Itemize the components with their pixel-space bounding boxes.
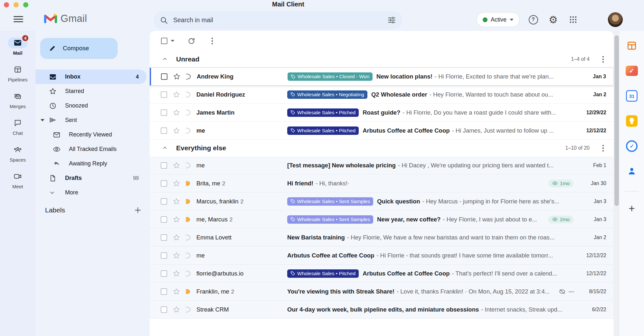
streak-box-icon[interactable]	[185, 73, 192, 80]
email-row[interactable]: me Wholesale Sales • Pitched Arbutus Cof…	[150, 122, 613, 140]
row-checkbox[interactable]	[161, 306, 167, 313]
row-checkbox[interactable]	[161, 252, 167, 259]
star-icon[interactable]	[173, 216, 180, 223]
rail-item-meet[interactable]: Meet	[0, 171, 35, 189]
email-row[interactable]: James Martin Wholesale Sales • Pitched R…	[150, 104, 613, 122]
row-checkbox[interactable]	[161, 234, 167, 241]
star-icon[interactable]	[173, 180, 180, 187]
email-row[interactable]: Marcus, franklin2 Wholesale Sales • Sent…	[150, 192, 613, 210]
star-icon[interactable]	[173, 252, 180, 259]
pipeline-stage-badge[interactable]: Wholesale Sales • Sent Samples	[287, 215, 373, 224]
pipeline-stage-badge[interactable]: Wholesale Sales • Closed - Won	[288, 72, 373, 81]
scrollbar-thumb[interactable]	[614, 35, 619, 206]
row-checkbox[interactable]	[161, 162, 167, 169]
streak-pipelines-addon-button[interactable]	[620, 37, 644, 54]
row-checkbox[interactable]	[161, 91, 167, 98]
star-icon[interactable]	[173, 234, 180, 241]
rail-item-chat[interactable]: Chat	[0, 117, 35, 136]
star-icon[interactable]	[173, 270, 180, 277]
email-row[interactable]: Brita, me2 Hi friend!- Hi, thanks!· 1mo …	[150, 174, 613, 192]
search-bar[interactable]	[154, 11, 402, 29]
select-all-checkbox[interactable]	[161, 38, 167, 44]
streak-tracked-icon[interactable]	[184, 180, 191, 187]
row-checkbox[interactable]	[161, 288, 167, 295]
email-row[interactable]: Streak CRM Our 4-day work week, bulk pip…	[150, 301, 613, 319]
pipeline-stage-badge[interactable]: Wholesale Sales • Pitched	[287, 126, 359, 135]
sidebar-item-drafts[interactable]: Drafts 99	[35, 171, 147, 185]
star-icon[interactable]	[173, 109, 180, 117]
search-input[interactable]	[173, 16, 387, 24]
rail-item-pipelines[interactable]: Pipelines	[0, 64, 35, 82]
pipeline-stage-badge[interactable]: Wholesale Sales • Negotiating	[287, 90, 367, 99]
get-addons-button[interactable]	[620, 200, 644, 217]
pipeline-stage-badge[interactable]: Wholesale Sales • Pitched	[287, 108, 359, 117]
pipeline-stage-badge[interactable]: Wholesale Sales • Sent Samples	[287, 197, 373, 206]
streak-box-icon[interactable]	[184, 109, 191, 116]
streak-tracking-addon-button[interactable]	[620, 62, 644, 79]
view-tracking-badge[interactable]: 1mo	[548, 180, 573, 187]
create-label-button[interactable]	[134, 206, 142, 214]
streak-tracked-icon[interactable]	[184, 198, 191, 205]
row-checkbox[interactable]	[161, 216, 167, 223]
sidebar-item-inbox[interactable]: Inbox 4	[35, 70, 147, 84]
rail-item-mail[interactable]: 4 Mail	[0, 37, 35, 56]
help-button[interactable]	[527, 13, 540, 26]
settings-button[interactable]	[547, 13, 560, 26]
main-menu-icon[interactable]	[14, 16, 23, 23]
row-checkbox[interactable]	[161, 73, 167, 80]
section-options-button[interactable]	[599, 144, 607, 153]
compose-button[interactable]: Compose	[40, 38, 118, 59]
sidebar-item-sent[interactable]: Sent	[35, 113, 147, 127]
calendar-addon-button[interactable]	[620, 88, 644, 104]
google-apps-button[interactable]	[567, 13, 580, 26]
star-icon[interactable]	[173, 306, 180, 313]
email-row[interactable]: me, Marcus2 Wholesale Sales • Sent Sampl…	[150, 210, 613, 229]
email-row[interactable]: Franklin, me2 You're viewing this with S…	[150, 283, 613, 301]
star-icon[interactable]	[173, 288, 180, 295]
sidebar-item-awaiting-reply[interactable]: Awaiting Reply	[35, 156, 147, 171]
avatar[interactable]	[608, 12, 623, 27]
tasks-addon-button[interactable]	[620, 138, 644, 154]
search-icon[interactable]	[160, 16, 168, 24]
streak-box-icon[interactable]	[184, 162, 191, 169]
streak-box-icon[interactable]	[184, 306, 191, 313]
status-dropdown[interactable]: Active	[477, 12, 520, 27]
star-icon[interactable]	[173, 198, 180, 205]
sidebar-item-starred[interactable]: Starred	[35, 84, 147, 98]
email-row[interactable]: me Arbutus Coffee at Coffee Coop- Hi Flo…	[150, 247, 613, 265]
streak-box-icon[interactable]	[184, 127, 191, 134]
collapse-section-icon[interactable]	[162, 56, 168, 62]
rail-item-merges[interactable]: Merges	[0, 91, 35, 109]
sidebar-item-snoozed[interactable]: Snoozed	[35, 98, 147, 113]
email-row[interactable]: Andrew King Wholesale Sales • Closed - W…	[150, 68, 613, 86]
star-icon[interactable]	[173, 162, 180, 169]
sidebar-item-all-tracked-emails[interactable]: All Tracked Emails	[35, 142, 147, 156]
streak-box-icon[interactable]	[184, 252, 191, 259]
contacts-addon-button[interactable]	[620, 163, 644, 180]
streak-tracked-icon[interactable]	[184, 288, 191, 295]
keep-addon-button[interactable]	[620, 113, 644, 129]
select-dropdown-icon[interactable]	[171, 40, 175, 42]
collapse-section-icon[interactable]	[162, 145, 168, 151]
streak-box-icon[interactable]	[184, 234, 191, 241]
section-options-button[interactable]	[599, 55, 607, 64]
email-row[interactable]: Daniel Rodriguez Wholesale Sales • Negot…	[150, 86, 613, 104]
more-options-button[interactable]	[208, 36, 216, 45]
streak-tracked-icon[interactable]	[184, 216, 191, 223]
rail-item-spaces[interactable]: Spaces	[0, 144, 35, 163]
email-row[interactable]: me [Test message] New wholesale pricing-…	[150, 156, 613, 174]
email-row[interactable]: Emma Lovett New Barista training- Hey Fl…	[150, 229, 613, 247]
collapse-triangle-icon[interactable]	[41, 119, 44, 121]
search-options-icon[interactable]	[387, 16, 396, 24]
streak-box-icon[interactable]	[184, 270, 191, 277]
row-checkbox[interactable]	[161, 270, 167, 277]
row-checkbox[interactable]	[161, 127, 167, 134]
streak-box-icon[interactable]	[184, 91, 191, 98]
star-icon[interactable]	[173, 127, 180, 135]
row-checkbox[interactable]	[161, 180, 167, 187]
star-icon[interactable]	[173, 91, 180, 98]
view-tracking-badge[interactable]: 2mo	[548, 216, 573, 223]
row-checkbox[interactable]	[161, 109, 167, 116]
email-row[interactable]: florrie@arbutus.io Wholesale Sales • Pit…	[150, 265, 613, 283]
list-scrollbar[interactable]	[614, 31, 620, 336]
